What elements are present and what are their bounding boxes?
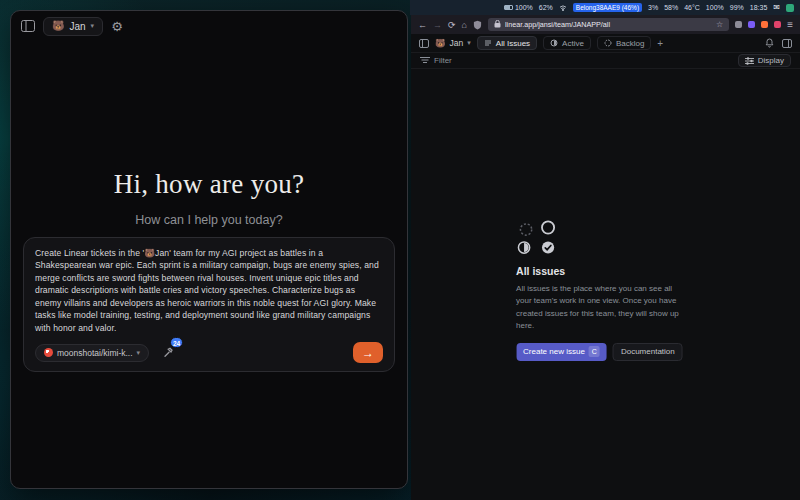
filter-button[interactable]: Filter <box>434 56 452 65</box>
team-label: Jan <box>69 21 85 32</box>
refresh-icon[interactable]: ⟳ <box>448 20 456 30</box>
chat-titlebar: 🐻 Jan ▾ ⚙ <box>11 11 407 41</box>
browser-window: ← → ⟳ ⌂ linear.app/jansi/team/JANAPP/all… <box>411 15 800 500</box>
linear-team-switcher[interactable]: 🐻 Jan ▾ <box>435 38 471 48</box>
in-progress-status-icon <box>516 240 531 255</box>
linear-team-label: Jan <box>450 38 464 48</box>
jan-chat-window: 🐻 Jan ▾ ⚙ Hi, how are you? How can I hel… <box>10 10 408 489</box>
display-button[interactable]: Display <box>738 54 791 67</box>
model-label: moonshotai/kimi-k... <box>57 348 133 358</box>
linear-tab-bar: 🐻 Jan ▾ All Issues Active Backlog + <box>411 34 800 52</box>
system-status-bar: 100% 62% Belong38AAE9 (46%) 3% 58% 46°C … <box>410 0 800 15</box>
documentation-button[interactable]: Documentation <box>613 343 683 361</box>
prompt-actions: moonshotai/kimi-k... ▾ 24 → <box>35 342 383 363</box>
greeting-title: Hi, how are you? <box>11 169 407 200</box>
extension-icon-orange[interactable] <box>761 21 768 28</box>
prompt-input[interactable]: Create Linear tickets in the '🐻Jan' team… <box>35 247 383 334</box>
tab-backlog[interactable]: Backlog <box>597 36 651 50</box>
empty-state-actions: Create new issue C Documentation <box>516 343 688 361</box>
chevron-down-icon: ▾ <box>467 39 471 47</box>
volume-indicator: 62% <box>539 4 553 11</box>
linear-team-emoji: 🐻 <box>435 38 446 48</box>
done-status-icon <box>540 240 555 255</box>
filter-icon <box>420 56 430 66</box>
tools-button[interactable]: 24 <box>163 344 174 362</box>
status-icons-illustration <box>518 222 562 255</box>
empty-state-description: All issues is the place where you can se… <box>516 283 688 333</box>
prompt-box[interactable]: Create Linear tickets in the '🐻Jan' team… <box>23 237 395 372</box>
empty-state-title: All issues <box>516 265 688 277</box>
notifications-bell-icon[interactable] <box>765 34 774 52</box>
tab-bar-right <box>765 34 792 52</box>
home-icon[interactable]: ⌂ <box>462 20 467 30</box>
shield-icon[interactable] <box>473 16 482 34</box>
settings-gear-icon[interactable]: ⚙ <box>111 20 123 33</box>
back-icon[interactable]: ← <box>418 20 427 30</box>
empty-state: All issues All issues is the place where… <box>516 222 688 361</box>
send-button[interactable]: → <box>353 342 383 363</box>
puzzle-extension-icon[interactable] <box>735 21 742 28</box>
mail-icon[interactable]: ✉ <box>773 3 780 12</box>
battery-indicator: 100% <box>504 4 533 11</box>
memory-indicator: 58% <box>664 4 678 11</box>
battery-icon <box>504 5 513 10</box>
new-view-plus-icon[interactable]: + <box>657 38 663 49</box>
lock-icon <box>494 20 501 30</box>
backlog-status-icon <box>518 222 533 237</box>
linear-sidebar-toggle-icon[interactable] <box>419 34 429 52</box>
sliders-icon <box>745 57 754 65</box>
chevron-down-icon: ▾ <box>137 349 141 357</box>
desktop-background: 🐻 Jan ▾ ⚙ Hi, how are you? How can I hel… <box>0 0 800 500</box>
power-indicator: 100% <box>706 4 724 11</box>
extension-icon-purple[interactable] <box>748 21 755 28</box>
model-provider-icon <box>44 348 53 357</box>
clock: 18:35 <box>750 4 768 11</box>
tools-count-badge: 24 <box>170 337 183 348</box>
team-emoji: 🐻 <box>52 21 64 31</box>
network-badge[interactable]: Belong38AAE9 (46%) <box>573 3 642 12</box>
tab-active[interactable]: Active <box>543 36 591 50</box>
forward-icon[interactable]: → <box>433 20 442 30</box>
right-panel-toggle-icon[interactable] <box>782 34 792 52</box>
temperature-indicator: 46°C <box>684 4 700 11</box>
url-bar[interactable]: linear.app/jansi/team/JANAPP/all ☆ <box>488 18 729 31</box>
url-text: linear.app/jansi/team/JANAPP/all <box>505 20 712 29</box>
wifi-icon <box>559 5 567 11</box>
browser-toolbar: ← → ⟳ ⌂ linear.app/jansi/team/JANAPP/all… <box>411 15 800 34</box>
extension-icon-red[interactable] <box>774 21 781 28</box>
sidebar-toggle-icon[interactable] <box>21 20 35 32</box>
charge-indicator: 99% <box>730 4 744 11</box>
chevron-down-icon: ▾ <box>91 22 95 30</box>
bookmark-star-icon[interactable]: ☆ <box>716 20 723 29</box>
backlog-icon <box>604 39 612 47</box>
todo-status-icon <box>539 219 555 235</box>
shortcut-badge: C <box>589 346 600 357</box>
download-indicator: 3% <box>648 4 658 11</box>
menu-icon[interactable]: ≡ <box>787 19 793 30</box>
greeting-block: Hi, how are you? How can I help you toda… <box>11 169 407 227</box>
linear-main-area: All issues All issues is the place where… <box>411 69 800 500</box>
list-icon <box>484 39 492 47</box>
tab-all-issues[interactable]: All Issues <box>477 36 537 50</box>
create-new-issue-button[interactable]: Create new issue C <box>516 343 607 361</box>
filter-bar: Filter Display <box>411 52 800 69</box>
screenshot-tray-icon[interactable] <box>786 4 794 12</box>
greeting-subtitle: How can I help you today? <box>11 213 407 227</box>
team-selector[interactable]: 🐻 Jan ▾ <box>43 17 103 36</box>
send-arrow-icon: → <box>362 347 374 359</box>
in-progress-icon <box>550 39 558 47</box>
model-selector[interactable]: moonshotai/kimi-k... ▾ <box>35 344 149 362</box>
